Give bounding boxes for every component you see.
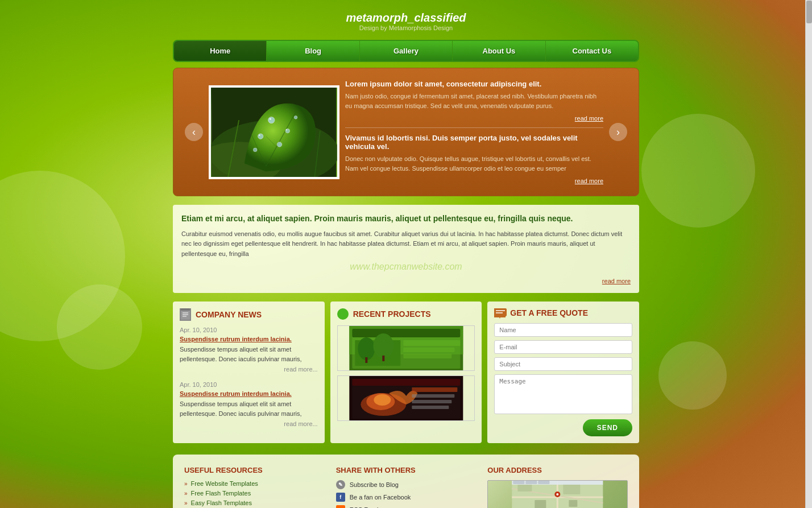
news-date-2: Apr. 10, 2010 <box>180 381 318 388</box>
social-blog[interactable]: ✎ Subscribe to Blog <box>336 480 477 489</box>
svg-rect-28 <box>403 348 454 352</box>
svg-rect-25 <box>352 329 460 337</box>
svg-rect-27 <box>403 340 460 346</box>
slider-section: ‹ <box>173 68 639 196</box>
feature-text: Curabitur euismod venenatis odio, eu mol… <box>181 229 631 259</box>
social-facebook[interactable]: f Be a fan on Facebook <box>336 493 477 502</box>
projects-icon <box>337 308 349 320</box>
news-read-more-2[interactable]: read more... <box>180 420 318 427</box>
resource-link-3[interactable]: » Easy Flash Templates <box>184 499 325 506</box>
svg-point-10 <box>277 142 282 147</box>
blog-icon: ✎ <box>336 480 345 489</box>
recent-projects-column: RECENT PROJECTS <box>330 302 482 443</box>
quote-column: GET A FREE QUOTE SEND <box>487 302 639 443</box>
slider-content: Lorem ipsum dolor sit amet, consectetur … <box>345 80 603 184</box>
arrow-icon-1: » <box>184 481 188 487</box>
svg-rect-18 <box>181 308 190 311</box>
footer-address: OUR ADDRESS <box>487 466 628 508</box>
quote-subject-input[interactable] <box>494 357 632 371</box>
svg-rect-32 <box>365 357 367 363</box>
share-title: SHARE WITH OTHERS <box>336 466 477 474</box>
projects-title: RECENT PROJECTS <box>353 309 431 319</box>
feature-read-more[interactable]: read more <box>602 278 631 284</box>
navigation: Home Blog Gallery About Us Contact Us <box>173 40 639 62</box>
footer-share: SHARE WITH OTHERS ✎ Subscribe to Blog f … <box>336 466 477 508</box>
company-news-title: COMPANY NEWS <box>196 310 262 319</box>
send-button[interactable]: SEND <box>583 419 632 436</box>
quote-name-input[interactable] <box>494 323 632 337</box>
slider-image <box>209 85 339 179</box>
nav-contact[interactable]: Contact Us <box>546 41 638 61</box>
svg-point-9 <box>294 115 297 119</box>
svg-point-7 <box>285 129 290 133</box>
resource-link-1[interactable]: » Free Website Templates <box>184 480 325 487</box>
svg-marker-45 <box>499 316 501 319</box>
company-news-header: COMPANY NEWS <box>180 308 318 321</box>
svg-rect-57 <box>569 500 578 507</box>
svg-rect-41 <box>412 394 454 398</box>
news-date-1: Apr. 10, 2010 <box>180 327 318 333</box>
nav-home[interactable]: Home <box>174 41 267 61</box>
nav-about[interactable]: About Us <box>453 41 545 61</box>
svg-rect-44 <box>494 308 507 316</box>
news-link-2[interactable]: Suspendisse rutrum interdum lacinia. <box>180 390 318 397</box>
resource-link-2[interactable]: » Free Flash Templates <box>184 490 325 497</box>
slider-prev-button[interactable]: ‹ <box>185 123 203 141</box>
svg-point-13 <box>286 129 287 130</box>
rss-icon <box>336 505 345 508</box>
quote-message-textarea[interactable] <box>494 374 632 414</box>
news-text-2: Suspendisse tempus aliquet elit sit amet… <box>180 399 318 418</box>
news-item-1: Apr. 10, 2010 Suspendisse rutrum interdu… <box>180 327 318 373</box>
quote-header: GET A FREE QUOTE <box>494 308 632 317</box>
news-read-more-1[interactable]: read more... <box>180 366 318 373</box>
site-subtitle: Design by Metamorphosis Design <box>0 24 812 31</box>
quote-email-input[interactable] <box>494 340 632 354</box>
svg-rect-61 <box>513 481 525 484</box>
slider-item1-text: Nam justo odio, congue id fermentum sit … <box>345 92 603 110</box>
news-icon <box>180 308 191 321</box>
watermark: www.thepcmanwebsite.com <box>181 262 631 272</box>
slider-item1-read-more[interactable]: read more <box>345 115 603 122</box>
three-columns: COMPANY NEWS Apr. 10, 2010 Suspendisse r… <box>173 302 639 443</box>
news-link-1[interactable]: Suspendisse rutrum interdum lacinia. <box>180 336 318 342</box>
nav-gallery[interactable]: Gallery <box>360 41 453 61</box>
project-thumb-2[interactable] <box>337 375 475 421</box>
svg-rect-55 <box>535 500 546 508</box>
project-thumb-1[interactable] <box>337 325 475 371</box>
svg-rect-33 <box>382 356 384 361</box>
slider-item2-text: Donec non vulputate odio. Quisque tellus… <box>345 154 603 173</box>
slider-item2-title: Vivamus id lobortis nisi. Duis semper po… <box>345 134 603 151</box>
nav-blog[interactable]: Blog <box>267 41 359 61</box>
svg-rect-42 <box>412 400 451 403</box>
facebook-icon: f <box>336 493 345 502</box>
slider-item2-read-more[interactable]: read more <box>345 177 603 184</box>
svg-point-11 <box>253 148 257 152</box>
social-rss[interactable]: RSS Feed <box>336 505 477 508</box>
quote-icon <box>494 308 506 317</box>
company-news-column: COMPANY NEWS Apr. 10, 2010 Suspendisse r… <box>173 302 325 443</box>
address-title: OUR ADDRESS <box>487 466 628 474</box>
svg-rect-62 <box>526 481 537 484</box>
footer: USEFUL RESOURCES » Free Website Template… <box>173 455 639 508</box>
header: metamorph_classified Design by Metamorph… <box>0 0 812 37</box>
news-item-2: Apr. 10, 2010 Suspendisse rutrum interdu… <box>180 381 318 427</box>
svg-point-6 <box>268 117 275 123</box>
svg-point-39 <box>374 394 391 406</box>
svg-rect-40 <box>412 387 457 392</box>
projects-header: RECENT PROJECTS <box>337 308 475 320</box>
feature-title: Etiam et mi arcu, at aliquet sapien. Pro… <box>181 213 631 225</box>
svg-point-59 <box>557 493 559 495</box>
svg-point-31 <box>373 333 393 358</box>
slider-next-button[interactable]: › <box>609 123 627 141</box>
news-text-1: Suspendisse tempus aliquet elit sit amet… <box>180 345 318 364</box>
map-image <box>487 480 628 508</box>
resources-title: USEFUL RESOURCES <box>184 466 325 474</box>
svg-rect-29 <box>403 354 451 358</box>
svg-rect-43 <box>412 406 449 409</box>
arrow-icon-3: » <box>184 500 188 506</box>
svg-rect-63 <box>538 481 550 484</box>
feature-section: Etiam et mi arcu, at aliquet sapien. Pro… <box>173 205 639 293</box>
svg-point-14 <box>259 134 260 135</box>
arrow-icon-2: » <box>184 490 188 497</box>
svg-point-12 <box>270 118 271 119</box>
